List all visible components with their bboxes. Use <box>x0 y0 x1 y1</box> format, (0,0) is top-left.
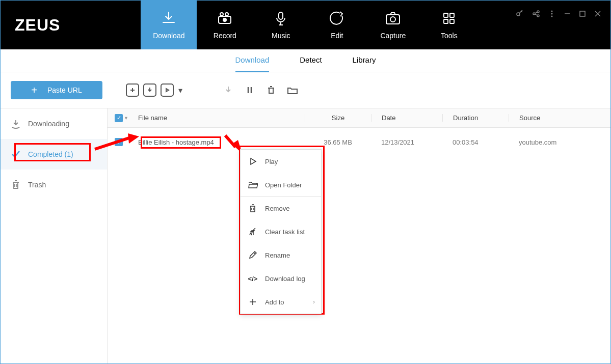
svg-point-2 <box>225 13 228 16</box>
svg-rect-7 <box>444 13 448 17</box>
app-logo: ZEUS <box>1 1 74 49</box>
remove-icon <box>248 204 258 214</box>
col-date[interactable]: Date <box>371 114 442 122</box>
share-icon[interactable] <box>532 10 540 18</box>
toolbar: + Paste URL ▾ <box>1 72 610 108</box>
svg-point-16 <box>551 13 553 15</box>
completed-icon <box>11 149 21 159</box>
folder-open-icon <box>248 180 258 190</box>
menu-open-folder[interactable]: Open Folder <box>241 173 321 197</box>
svg-point-15 <box>551 11 553 12</box>
nav-label: Tools <box>441 32 458 40</box>
svg-point-14 <box>537 15 539 17</box>
svg-rect-4 <box>279 12 283 19</box>
edit-icon <box>329 10 345 26</box>
code-icon: </> <box>248 273 258 284</box>
sidebar-item-completed[interactable]: Completed (1) <box>1 139 107 170</box>
folder-icon[interactable] <box>286 83 299 97</box>
main-area: Downloading Completed (1) Trash ✓▼ File … <box>1 108 610 364</box>
nav-tabs: Download Record Music Edit Capture <box>141 1 477 49</box>
svg-rect-5 <box>386 15 400 24</box>
menu-clear-task[interactable]: Clear task list <box>241 220 321 243</box>
nav-edit[interactable]: Edit <box>309 1 365 49</box>
sidebar-item-downloading[interactable]: Downloading <box>1 108 107 139</box>
pencil-icon <box>248 250 258 260</box>
record-icon <box>217 10 233 26</box>
menu-play[interactable]: Play <box>241 150 321 173</box>
nav-label: Edit <box>331 32 343 40</box>
nav-tools[interactable]: Tools <box>421 1 477 49</box>
paste-url-button[interactable]: + Paste URL <box>11 81 102 99</box>
svg-rect-19 <box>580 11 585 16</box>
more-icon[interactable] <box>548 10 555 18</box>
menu-label: Open Folder <box>265 181 302 189</box>
row-checkbox[interactable]: ✓ <box>108 138 138 147</box>
menu-label: Clear task list <box>265 228 305 236</box>
broom-icon <box>248 227 258 237</box>
menu-rename[interactable]: Rename <box>241 243 321 267</box>
sidebar-label: Downloading <box>28 120 69 128</box>
svg-point-6 <box>390 17 395 22</box>
key-icon[interactable] <box>516 10 524 18</box>
menu-add-to[interactable]: Add to › <box>241 290 321 314</box>
dropdown-caret-icon[interactable]: ▾ <box>178 83 183 97</box>
download-icon[interactable] <box>143 83 156 97</box>
minimize-icon[interactable] <box>564 10 571 18</box>
maximize-icon[interactable] <box>579 10 586 18</box>
nav-label: Capture <box>380 32 406 40</box>
menu-download-log[interactable]: </> Download log <box>241 267 321 290</box>
nav-label: Download <box>153 32 184 40</box>
menu-label: Download log <box>265 275 305 283</box>
nav-record[interactable]: Record <box>197 1 253 49</box>
plus-icon <box>248 297 258 307</box>
delete-icon[interactable] <box>264 83 278 97</box>
nav-music[interactable]: Music <box>253 1 309 49</box>
video-options-icon[interactable] <box>161 83 174 97</box>
col-source[interactable]: Source <box>509 114 610 122</box>
pause-icon[interactable] <box>243 83 256 97</box>
subtab-library[interactable]: Library <box>353 49 376 72</box>
nav-label: Music <box>272 32 290 40</box>
sidebar: Downloading Completed (1) Trash <box>1 108 108 364</box>
col-filename[interactable]: File name <box>138 114 305 122</box>
cell-source: youtube.com <box>509 138 610 146</box>
menu-label: Add to <box>265 298 284 306</box>
sidebar-label: Completed (1) <box>28 150 73 158</box>
play-icon <box>248 156 258 166</box>
sidebar-item-trash[interactable]: Trash <box>1 170 107 200</box>
svg-marker-24 <box>166 89 169 92</box>
tool-icons-group-1: ▾ <box>126 83 183 97</box>
select-all-checkbox[interactable]: ✓▼ <box>108 114 138 122</box>
svg-rect-9 <box>444 19 448 23</box>
subtab-detect[interactable]: Detect <box>300 49 322 72</box>
music-icon <box>273 10 289 26</box>
col-duration[interactable]: Duration <box>442 114 509 122</box>
add-download-icon[interactable] <box>126 83 139 97</box>
sub-tabs: Download Detect Library <box>1 49 610 72</box>
col-size[interactable]: Size <box>305 114 371 122</box>
cell-date: 12/13/2021 <box>371 138 442 146</box>
menu-remove[interactable]: Remove <box>241 197 321 220</box>
cell-filename: Billie Eilish - hostage.mp4 <box>138 138 305 146</box>
nav-download[interactable]: Download <box>141 1 197 49</box>
menu-label: Remove <box>265 205 289 212</box>
context-menu: Play Open Folder Remove Clear task list … <box>240 149 322 314</box>
menu-label: Rename <box>265 251 290 259</box>
tools-icon <box>441 10 457 26</box>
svg-point-3 <box>223 18 226 21</box>
resume-icon[interactable] <box>222 83 235 97</box>
svg-point-13 <box>537 11 539 13</box>
svg-marker-27 <box>251 158 256 164</box>
window-controls <box>516 10 601 18</box>
nav-label: Record <box>214 32 236 40</box>
download-icon <box>161 10 177 26</box>
close-icon[interactable] <box>594 10 601 18</box>
nav-capture[interactable]: Capture <box>365 1 421 49</box>
svg-rect-10 <box>450 19 454 23</box>
sidebar-label: Trash <box>28 181 46 189</box>
chevron-right-icon: › <box>313 298 315 305</box>
subtab-download[interactable]: Download <box>235 49 270 72</box>
capture-icon <box>385 10 401 26</box>
tool-icons-group-2 <box>222 83 299 97</box>
table-row[interactable]: ✓ Billie Eilish - hostage.mp4 36.65 MB 1… <box>108 128 610 156</box>
